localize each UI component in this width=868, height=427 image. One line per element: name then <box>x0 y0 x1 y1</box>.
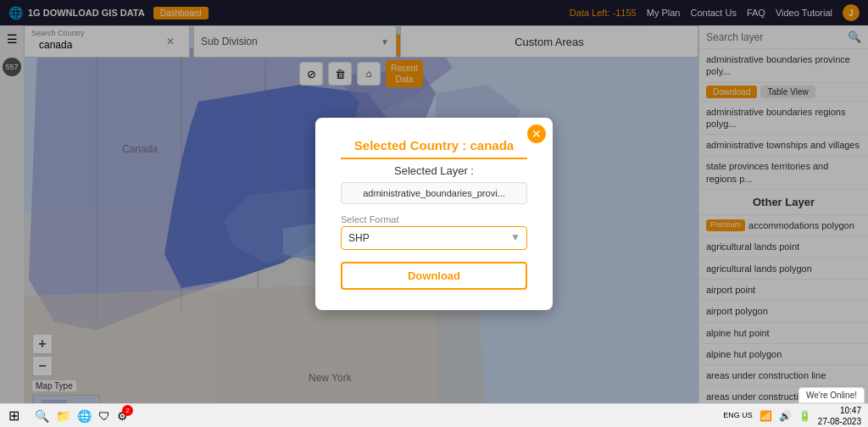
modal-format-select[interactable]: SHPGeoJSONKMLCSV <box>341 226 527 250</box>
taskbar-lang: ENG US <box>723 411 753 420</box>
taskbar-chrome-icon[interactable]: ⚙ 2 <box>117 409 128 423</box>
chrome-badge: 2 <box>122 405 133 416</box>
we-online-badge: We're Online! <box>798 387 865 403</box>
modal-overlay: ✕ Selected Country : canada Selected Lay… <box>0 0 868 427</box>
taskbar-datetime: 10:47 27-08-2023 <box>818 405 861 427</box>
wifi-icon: 📶 <box>760 410 772 422</box>
modal-title: Selected Country : canada <box>341 138 527 159</box>
modal-close-button[interactable]: ✕ <box>527 125 546 143</box>
download-modal: ✕ Selected Country : canada Selected Lay… <box>315 118 553 310</box>
battery-icon: 🔋 <box>798 410 811 422</box>
start-button[interactable]: ⊞ <box>0 408 28 424</box>
taskbar-browser-icon[interactable]: 🌐 <box>77 409 92 423</box>
taskbar-right: ENG US 📶 🔊 🔋 10:47 27-08-2023 <box>723 405 868 427</box>
taskbar-icons: 🔍 📁 🌐 🛡 ⚙ 2 <box>28 409 135 423</box>
modal-layer-value: administrative_boundaries_provi... <box>341 182 527 204</box>
volume-icon: 🔊 <box>779 410 792 422</box>
taskbar: ⊞ 🔍 📁 🌐 🛡 ⚙ 2 ENG US 📶 🔊 🔋 10:47 27-08-2… <box>0 403 868 427</box>
taskbar-shield-icon[interactable]: 🛡 <box>98 409 110 423</box>
taskbar-search-icon[interactable]: 🔍 <box>35 409 49 423</box>
taskbar-folder-icon[interactable]: 📁 <box>56 409 70 423</box>
modal-layer-label: Selected Layer : <box>341 164 527 177</box>
modal-download-button[interactable]: Download <box>341 262 527 290</box>
modal-format-label: Select Format <box>341 214 527 225</box>
